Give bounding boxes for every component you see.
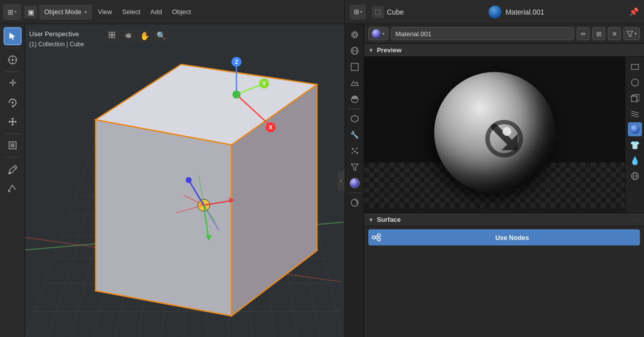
tool-measure[interactable] xyxy=(4,179,22,197)
select-icon xyxy=(8,32,17,41)
svg-rect-20 xyxy=(11,143,15,147)
particles-icon xyxy=(350,146,359,155)
use-nodes-button[interactable]: Use Nodes xyxy=(384,229,640,245)
cube-prev-icon xyxy=(630,94,639,103)
object-name-label: Cube xyxy=(387,8,404,16)
sphere-icon xyxy=(630,78,639,87)
viewport-tool-zoom[interactable]: 🔍 xyxy=(154,29,168,42)
svg-point-70 xyxy=(352,148,354,150)
rotate-icon xyxy=(8,98,18,108)
surface-section-header[interactable]: ▼ Surface ⋯ xyxy=(364,213,644,226)
prop-render[interactable] xyxy=(347,27,362,42)
scene-icon xyxy=(350,78,359,88)
viewport-toolbar: ✋ 🔍 xyxy=(106,29,168,42)
viewport-tool-grid[interactable] xyxy=(106,29,120,42)
surface-title: Surface xyxy=(377,216,401,223)
svg-point-73 xyxy=(351,152,353,154)
pin-icon[interactable]: 📌 xyxy=(629,7,639,17)
camera-prop-icon xyxy=(350,30,359,39)
render-mode-btn[interactable]: ⊞ ▾ xyxy=(350,5,366,20)
prev-type-shirt[interactable]: 👕 xyxy=(628,138,642,152)
tool-cursor[interactable] xyxy=(4,51,22,69)
prev-type-flat[interactable] xyxy=(628,60,642,74)
preview-dots: ⋯ xyxy=(633,47,640,53)
material-filter-dropdown[interactable]: ▾ xyxy=(623,27,640,40)
svg-rect-84 xyxy=(631,96,637,102)
prev-type-cloth[interactable] xyxy=(628,107,642,121)
prop-material[interactable] xyxy=(347,176,362,191)
viewport-tool-hand[interactable]: ✋ xyxy=(138,29,152,42)
svg-marker-16 xyxy=(11,124,14,126)
object-menu[interactable]: Object xyxy=(168,5,195,20)
scale-icon xyxy=(8,117,18,127)
prop-output[interactable] xyxy=(347,43,362,58)
view-menu[interactable]: View xyxy=(94,5,116,20)
svg-marker-75 xyxy=(351,164,358,171)
tool-separator-2 xyxy=(5,71,20,72)
preview-viewport: · · · · · xyxy=(364,57,625,213)
prop-world[interactable] xyxy=(347,92,362,107)
material-type-dropdown[interactable]: ▾ xyxy=(368,27,388,40)
add-menu[interactable]: Add xyxy=(146,5,166,20)
tool-scale[interactable] xyxy=(4,113,22,131)
select-menu[interactable]: Select xyxy=(118,5,144,20)
viewport-panel-toggle[interactable]: ‹ xyxy=(338,171,345,191)
object-icon xyxy=(350,114,359,123)
prop-scene[interactable] xyxy=(347,75,362,91)
prop-separator xyxy=(349,109,361,109)
prev-type-drop[interactable]: 💧 xyxy=(628,153,642,167)
svg-text:X: X xyxy=(269,124,273,130)
object-mode-dropdown[interactable]: Object Mode ▾ xyxy=(39,5,92,20)
svg-point-50 xyxy=(232,91,240,99)
prev-type-cube[interactable] xyxy=(628,91,642,105)
svg-point-6 xyxy=(12,59,14,61)
layers-icon xyxy=(350,62,359,71)
viewport-tool-camera[interactable] xyxy=(122,29,136,42)
material-delete-btn[interactable]: ✕ xyxy=(608,27,621,40)
prev-type-sphere[interactable] xyxy=(628,75,642,90)
tool-rotate[interactable] xyxy=(4,94,22,112)
svg-point-9 xyxy=(12,102,14,104)
preview-content: · · · · · xyxy=(364,57,644,213)
surface-dots: ⋯ xyxy=(633,217,640,222)
svg-point-74 xyxy=(356,152,358,154)
svg-text:✛: ✛ xyxy=(9,78,16,88)
editor-type-btn[interactable]: ⊞ ▾ xyxy=(3,4,21,20)
svg-marker-69 xyxy=(351,115,358,122)
svg-rect-52 xyxy=(112,32,115,35)
cube-3d: Z Y X xyxy=(55,44,342,331)
object-mode-chevron: ▾ xyxy=(85,10,87,15)
svg-point-37 xyxy=(186,177,192,183)
prop-particles[interactable] xyxy=(347,143,362,158)
measure-icon xyxy=(7,183,18,194)
preview-section-header[interactable]: ▼ Preview ⋯ xyxy=(364,44,644,57)
prev-type-mat-sphere[interactable] xyxy=(628,122,642,136)
prop-constraints[interactable] xyxy=(347,195,362,210)
prop-separator2 xyxy=(349,193,361,193)
tool-transform[interactable] xyxy=(4,136,22,154)
svg-text:Z: Z xyxy=(235,59,238,65)
prev-type-globe[interactable] xyxy=(628,169,642,183)
object-name-display: ⬚ Cube xyxy=(372,6,404,18)
prop-modifier[interactable]: 🔧 xyxy=(347,127,362,142)
surface-triangle: ▼ xyxy=(368,217,374,223)
use-nodes-icon xyxy=(368,229,384,245)
prop-view-layer[interactable] xyxy=(347,59,362,74)
tool-annotate[interactable] xyxy=(4,160,22,178)
tool-move[interactable]: ✛ xyxy=(4,74,22,93)
tool-select[interactable] xyxy=(4,27,22,45)
cloth-icon xyxy=(630,109,639,118)
render-icon: ⊞ xyxy=(354,8,359,16)
prop-object[interactable] xyxy=(347,111,362,126)
preview-drag-handle[interactable]: · · · · · xyxy=(364,208,625,213)
viewport[interactable]: Z Y X User Perspective (1) Collection | … xyxy=(25,24,345,337)
prop-physics[interactable] xyxy=(347,159,362,175)
material-copy-btn[interactable]: ⊞ xyxy=(592,27,605,40)
annotate-icon xyxy=(7,163,18,175)
svg-line-93 xyxy=(375,237,377,239)
editor-icon: ⊞ xyxy=(8,8,14,16)
svg-point-83 xyxy=(631,79,638,86)
material-name-input[interactable] xyxy=(391,27,574,40)
grid-icon xyxy=(109,32,117,40)
material-edit-btn[interactable]: ✏ xyxy=(577,27,590,40)
